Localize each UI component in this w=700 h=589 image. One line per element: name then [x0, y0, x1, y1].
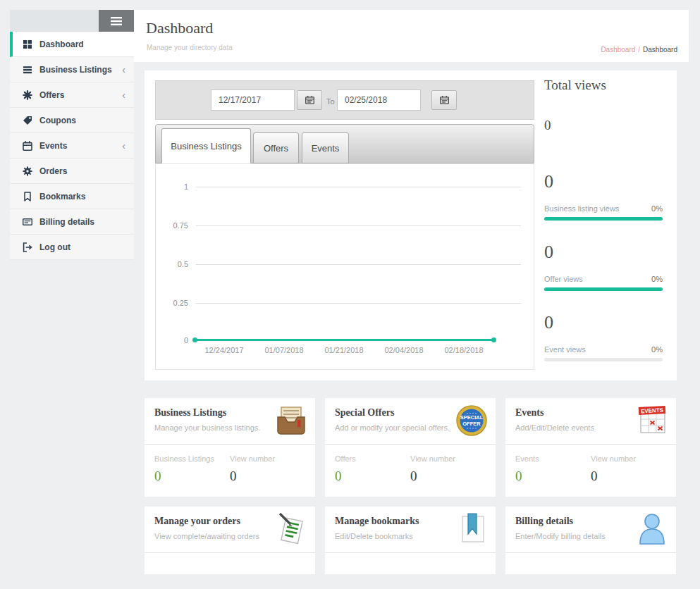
billing-card-icon — [23, 217, 32, 227]
events-calendar-icon: EVENTS — [635, 404, 669, 438]
feature-cards-row-2: Manage your orders View complete/awaitin… — [145, 507, 676, 574]
offers-count: 0 — [335, 469, 410, 484]
offer-views-label: Offer views — [544, 275, 583, 283]
event-views-value: 0 — [544, 312, 663, 333]
grid-icon — [23, 39, 32, 49]
x-tick-label: 02/18/2018 — [438, 346, 489, 354]
tab-offers[interactable]: Offers — [253, 132, 299, 163]
gridline — [196, 264, 521, 265]
business-listing-views-percent: 0% — [651, 204, 663, 213]
sidebar-item-label: Coupons — [39, 116, 76, 125]
sidebar-item-dashboard[interactable]: Dashboard — [10, 32, 134, 57]
special-offer-badge-icon: SPECIALOFFER — [455, 404, 489, 438]
y-tick-label: 0 — [156, 336, 188, 345]
tab-events[interactable]: Events — [302, 132, 349, 163]
breadcrumb-current: Dashboard — [643, 46, 677, 54]
logout-icon — [23, 242, 32, 252]
orders-checklist-icon — [274, 512, 308, 546]
date-range-bar: To — [155, 80, 534, 120]
sidebar-item-log-out[interactable]: Log out — [10, 235, 134, 260]
date-from-input[interactable] — [211, 89, 295, 111]
calendar-icon — [23, 141, 32, 151]
event-views-section: 0 Event views 0% — [544, 312, 663, 361]
total-views-summary: Total views 0 0 Business listing views 0… — [544, 78, 663, 361]
sidebar-item-label: Offers — [39, 90, 64, 100]
stat-label: View number — [230, 454, 305, 463]
certificate-icon — [23, 90, 32, 100]
svg-text:OFFER: OFFER — [462, 421, 481, 427]
sidebar-item-label: Bookmarks — [39, 192, 85, 202]
bookmark-ribbon-icon — [455, 512, 489, 546]
svg-text:EVENTS: EVENTS — [641, 407, 664, 415]
chevron-left-icon: ‹ — [122, 89, 125, 101]
sidebar-item-orders[interactable]: Orders — [10, 159, 134, 184]
business-listings-card[interactable]: Business Listings Manage your business l… — [145, 398, 315, 497]
sidebar-item-offers[interactable]: Offers ‹ — [10, 82, 134, 108]
billing-details-card[interactable]: Billing details Enter/Modify billing det… — [505, 507, 676, 574]
sidebar-item-label: Orders — [39, 166, 67, 176]
stat-label: View number — [410, 454, 486, 463]
stat-label: View number — [591, 454, 666, 463]
sidebar-item-coupons[interactable]: Coupons — [10, 108, 134, 133]
chart-point — [192, 337, 197, 342]
sidebar-item-business-listings[interactable]: Business Listings ‹ — [10, 57, 134, 82]
date-from-calendar-button[interactable] — [297, 90, 322, 110]
stat-label: Business Listings — [154, 454, 230, 463]
chevron-left-icon: ‹ — [122, 64, 125, 75]
page-header: Dashboard Manage your directory data Das… — [134, 10, 689, 62]
manage-bookmarks-card[interactable]: Manage bookmarks Edit/Delete bookmarks — [325, 507, 496, 574]
feature-cards-row-1: Business Listings Manage your business l… — [145, 398, 676, 497]
sidebar-item-label: Dashboard — [39, 39, 84, 49]
sidebar-item-events[interactable]: Events ‹ — [10, 133, 134, 159]
tag-icon — [23, 116, 32, 125]
bookmark-icon — [23, 192, 32, 202]
business-listings-count: 0 — [154, 469, 230, 484]
total-views-title: Total views — [544, 78, 663, 93]
chart-tabs: Business Listings Offers Events — [155, 124, 534, 163]
chevron-left-icon: ‹ — [122, 140, 125, 151]
x-tick-label: 12/24/2017 — [199, 346, 250, 354]
views-line-chart: 1 0.75 0.5 0.25 0 12/24/2017 01/07/2018 … — [155, 163, 534, 370]
card-footer — [505, 553, 676, 574]
calendar-icon — [305, 96, 314, 104]
special-offers-card[interactable]: Special Offers Add or modify your specia… — [325, 398, 496, 497]
gridline — [196, 225, 521, 226]
chart-point — [491, 337, 496, 342]
breadcrumb-link-dashboard[interactable]: Dashboard — [601, 46, 635, 54]
sidebar-toggle-button[interactable] — [99, 10, 134, 32]
card-footer — [145, 553, 315, 574]
x-tick-label: 01/07/2018 — [259, 346, 309, 354]
offer-views-section: 0 Offer views 0% — [544, 242, 663, 291]
stat-label: Offers — [335, 454, 410, 463]
offer-views-value: 0 — [544, 242, 663, 263]
tab-business-listings[interactable]: Business Listings — [161, 128, 251, 163]
event-views-progressbar — [544, 358, 663, 361]
offer-views-progressbar — [544, 287, 663, 291]
list-icon — [23, 65, 32, 75]
sidebar-item-bookmarks[interactable]: Bookmarks — [10, 184, 134, 209]
manage-orders-card[interactable]: Manage your orders View complete/awaitin… — [145, 507, 315, 574]
gridline — [196, 303, 521, 304]
event-views-label: Event views — [544, 345, 586, 354]
total-views-value: 0 — [544, 118, 663, 133]
event-views-percent: 0% — [651, 345, 663, 354]
breadcrumb-separator: / — [638, 46, 640, 54]
sidebar-item-label: Billing details — [39, 217, 94, 227]
offer-views-percent: 0% — [651, 275, 663, 283]
card-footer — [325, 553, 496, 574]
gridline — [196, 187, 521, 187]
y-tick-label: 1 — [156, 182, 188, 191]
events-card[interactable]: Events Add/Edit/Delete events EVENTS Eve… — [505, 398, 676, 497]
sidebar-item-billing-details[interactable]: Billing details — [10, 209, 134, 235]
svg-text:SPECIAL: SPECIAL — [460, 414, 484, 421]
chart-series-line — [195, 339, 494, 341]
breadcrumb: Dashboard/Dashboard — [601, 46, 677, 54]
date-to-calendar-button[interactable] — [431, 90, 457, 110]
stat-label: Events — [515, 454, 591, 463]
date-to-label: To — [326, 97, 335, 106]
sidebar-menu: Dashboard Business Listings ‹ Offers ‹ C… — [10, 32, 134, 260]
x-tick-label: 02/04/2018 — [379, 346, 429, 354]
business-listing-views-progressbar — [544, 217, 663, 221]
date-to-input[interactable] — [337, 89, 421, 111]
stats-panel: To Business Listings Offers Events 1 0.7… — [145, 70, 677, 380]
